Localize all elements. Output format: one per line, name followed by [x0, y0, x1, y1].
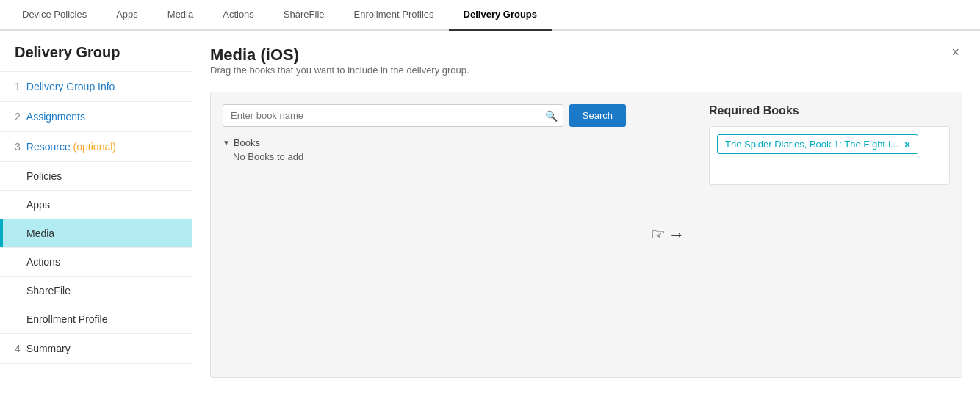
sidebar-subitem-apps[interactable]: Apps: [0, 191, 192, 219]
books-tree-header[interactable]: ▼ Books: [223, 137, 626, 148]
content-area: Media (iOS) Drag the books that you want…: [192, 31, 980, 419]
step-label: Assignments: [26, 111, 85, 123]
top-nav-tab-actions[interactable]: Actions: [208, 0, 269, 31]
search-row: 🔍 Search: [223, 104, 626, 127]
search-icon-button[interactable]: 🔍: [545, 110, 558, 122]
drag-arrow-icon: →: [669, 225, 685, 244]
top-nav-tab-sharefile[interactable]: ShareFile: [269, 0, 339, 31]
top-nav-tab-apps[interactable]: Apps: [101, 0, 153, 31]
content-header: Media (iOS) Drag the books that you want…: [210, 45, 962, 87]
sidebar-subitem-sharefile-sub[interactable]: ShareFile: [0, 277, 192, 305]
books-panel: 🔍 Search ▼ Books No Books to add: [211, 92, 638, 377]
sidebar-subitem-actions-sub[interactable]: Actions: [0, 248, 192, 277]
top-nav-tab-enrollment-profiles[interactable]: Enrollment Profiles: [339, 0, 449, 31]
step-number: 4: [15, 343, 21, 354]
books-label: Books: [234, 137, 260, 148]
sidebar-title: Delivery Group: [0, 31, 192, 72]
top-nav-tab-delivery-groups[interactable]: Delivery Groups: [449, 0, 552, 31]
step-label: Delivery Group Info: [26, 81, 115, 92]
top-nav-tab-media[interactable]: Media: [153, 0, 208, 31]
close-button[interactable]: ×: [948, 45, 962, 59]
triangle-icon: ▼: [223, 139, 230, 147]
search-button[interactable]: Search: [569, 104, 626, 127]
required-books-title: Required Books: [709, 104, 950, 117]
sidebar-step-assignments[interactable]: 2Assignments: [0, 102, 192, 132]
sidebar-subitem-enrollment-profile[interactable]: Enrollment Profile: [0, 305, 192, 334]
search-input-wrap: 🔍: [223, 104, 563, 127]
sidebar-subitem-policies[interactable]: Policies: [0, 162, 192, 191]
book-tag-label: The Spider Diaries, Book 1: The Eight-l.…: [725, 139, 898, 150]
book-tag-close-button[interactable]: ×: [904, 139, 910, 150]
sidebar-step-summary[interactable]: 4Summary: [0, 334, 192, 364]
content-subtitle: Drag the books that you want to include …: [210, 65, 469, 76]
drag-hand-icon: ☞: [651, 225, 666, 244]
book-tag: The Spider Diaries, Book 1: The Eight-l.…: [717, 134, 918, 154]
drag-area: 🔍 Search ▼ Books No Books to add ☞ → Req…: [210, 92, 962, 378]
step-number: 3: [15, 141, 21, 153]
sidebar-subitem-media-sub[interactable]: Media: [0, 219, 192, 248]
step-label: Resource (optional): [26, 141, 116, 153]
sidebar-step-resource-optional[interactable]: 3Resource (optional): [0, 132, 192, 162]
no-books-label: No Books to add: [223, 151, 626, 162]
top-nav: Device PoliciesAppsMediaActionsShareFile…: [0, 0, 980, 31]
step-number: 1: [15, 81, 21, 92]
content-title: Media (iOS): [210, 45, 469, 65]
top-nav-tab-device-policies[interactable]: Device Policies: [7, 0, 101, 31]
step-optional-label: (optional): [73, 141, 116, 153]
step-label: Summary: [26, 343, 71, 354]
required-books-box: The Spider Diaries, Book 1: The Eight-l.…: [709, 126, 950, 185]
required-panel: Required Books The Spider Diaries, Book …: [697, 92, 962, 377]
drag-indicator: ☞ →: [638, 92, 697, 377]
search-icon: 🔍: [545, 110, 558, 122]
sidebar: Delivery Group 1Delivery Group Info2Assi…: [0, 31, 192, 419]
step-number: 2: [15, 111, 21, 123]
sidebar-step-delivery-group-info[interactable]: 1Delivery Group Info: [0, 72, 192, 102]
main-layout: Delivery Group 1Delivery Group Info2Assi…: [0, 31, 980, 419]
search-input[interactable]: [223, 104, 563, 127]
